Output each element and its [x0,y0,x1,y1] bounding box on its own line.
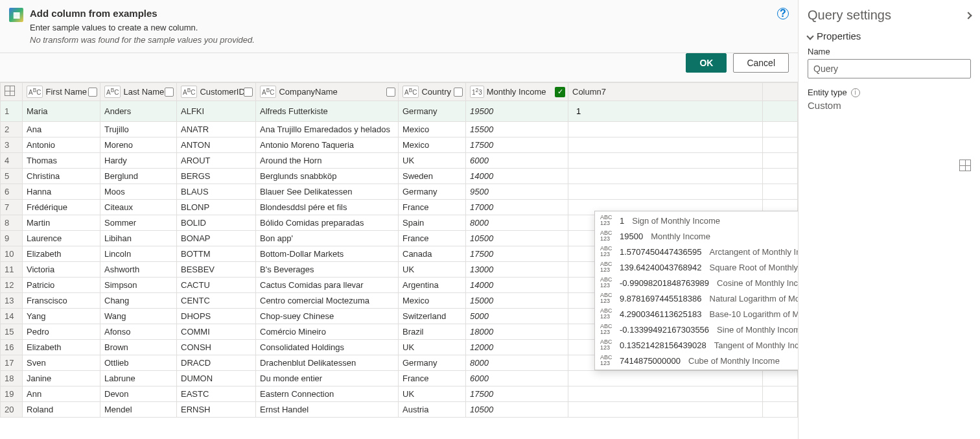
cell-monthly-income[interactable]: 6000 [466,371,568,386]
cell-country[interactable]: Mexico [399,122,466,137]
cell-first-name[interactable]: Frédérique [23,200,100,215]
cell-company-name[interactable]: Centro comercial Moctezuma [256,293,399,309]
row-number[interactable]: 1 [1,101,23,122]
cell-customer-id[interactable]: BOTTM [177,246,256,262]
col-country[interactable]: ABCCountry [399,83,466,101]
new-column-cell[interactable] [568,153,763,169]
cell-first-name[interactable]: Martin [23,215,100,231]
cell-company-name[interactable]: B's Beverages [256,262,399,278]
cell-country[interactable]: UK [399,386,466,402]
cell-first-name[interactable]: Pedro [23,324,100,340]
cell-first-name[interactable]: Elizabeth [23,340,100,355]
info-icon[interactable]: i [851,88,860,97]
cell-last-name[interactable]: Mendel [100,402,177,418]
cell-customer-id[interactable]: ALFKI [177,101,256,122]
cell-first-name[interactable]: Yang [23,309,100,324]
cell-country[interactable]: UK [399,153,466,169]
cell-customer-id[interactable]: BLAUS [177,184,256,200]
cell-last-name[interactable]: Wang [100,309,177,324]
cell-company-name[interactable]: Bon app' [256,231,399,246]
cell-country[interactable]: France [399,371,466,386]
cell-monthly-income[interactable]: 6000 [466,153,568,169]
cell-first-name[interactable]: Christina [23,169,100,184]
cell-monthly-income[interactable]: 15500 [466,122,568,137]
cell-last-name[interactable]: Citeaux [100,200,177,215]
row-number[interactable]: 15 [1,324,23,340]
row-number[interactable]: 17 [1,355,23,371]
row-number[interactable]: 16 [1,340,23,355]
cell-monthly-income[interactable]: 14000 [466,169,568,184]
cell-customer-id[interactable]: EASTC [177,386,256,402]
cell-company-name[interactable]: Drachenblut Delikatessen [256,355,399,371]
cell-last-name[interactable]: Afonso [100,324,177,340]
col-checkbox-checked[interactable]: ✓ [555,87,565,97]
cell-customer-id[interactable]: BONAP [177,231,256,246]
cell-monthly-income[interactable]: 12000 [466,340,568,355]
cell-customer-id[interactable]: DRACD [177,355,256,371]
row-number[interactable]: 3 [1,137,23,153]
col-company-name[interactable]: ABCCompanyName [256,83,399,101]
cell-customer-id[interactable]: BESBEV [177,262,256,278]
cell-company-name[interactable]: Ernst Handel [256,402,399,418]
cell-country[interactable]: UK [399,340,466,355]
cell-customer-id[interactable]: BLONP [177,200,256,215]
suggestion-item[interactable]: ABC1234.2900346113625183Base-10 Logarith… [595,306,798,322]
col-customer-id[interactable]: ABCCustomerID [177,83,256,101]
cell-monthly-income[interactable]: 18000 [466,324,568,340]
cell-company-name[interactable]: Chop-suey Chinese [256,309,399,324]
cell-customer-id[interactable]: ANATR [177,122,256,137]
col-checkbox[interactable] [165,88,174,97]
new-column-cell[interactable] [568,122,763,137]
row-number[interactable]: 7 [1,200,23,215]
cell-country[interactable]: Germany [399,101,466,122]
suggestions-dropdown[interactable]: ABC1231Sign of Monthly IncomeABC12319500… [594,211,798,370]
cell-first-name[interactable]: Franscisco [23,293,100,309]
table-row[interactable]: 3AntonioMorenoANTONAntonio Moreno Taquer… [1,137,798,153]
new-column-cell[interactable] [568,169,763,184]
cell-monthly-income[interactable]: 15000 [466,293,568,309]
cell-last-name[interactable]: Moreno [100,137,177,153]
cell-company-name[interactable]: Alfreds Futterkiste [256,101,399,122]
grid-options-icon[interactable] [959,160,971,171]
cell-country[interactable]: Germany [399,355,466,371]
chevron-right-icon[interactable] [964,12,972,19]
cell-first-name[interactable]: Antonio [23,137,100,153]
cancel-button[interactable]: Cancel [733,53,789,73]
suggestion-item[interactable]: ABC1231.5707450447436595Arctangent of Mo… [595,244,798,259]
cell-country[interactable]: Mexico [399,137,466,153]
new-column-cell[interactable] [568,371,763,386]
cell-monthly-income[interactable]: 19500 [466,101,568,122]
cell-company-name[interactable]: Du monde entier [256,371,399,386]
row-number[interactable]: 4 [1,153,23,169]
col-checkbox[interactable] [386,88,395,97]
cell-last-name[interactable]: Chang [100,293,177,309]
cell-company-name[interactable]: Berglunds snabbköp [256,169,399,184]
cell-last-name[interactable]: Sommer [100,215,177,231]
cell-customer-id[interactable]: ERNSH [177,402,256,418]
cell-last-name[interactable]: Moos [100,184,177,200]
ok-button[interactable]: OK [686,53,727,73]
cell-country[interactable]: Switzerland [399,309,466,324]
cell-monthly-income[interactable]: 17000 [466,200,568,215]
cell-first-name[interactable]: Hanna [23,184,100,200]
cell-customer-id[interactable]: COMMI [177,324,256,340]
cell-first-name[interactable]: Laurence [23,231,100,246]
help-icon[interactable]: ? [777,8,789,19]
cell-company-name[interactable]: Ana Trujillo Emaredados y helados [256,122,399,137]
row-number[interactable]: 10 [1,246,23,262]
cell-country[interactable]: Sweden [399,169,466,184]
cell-last-name[interactable]: Anders [100,101,177,122]
new-column-cell[interactable] [568,101,763,122]
cell-country[interactable]: France [399,231,466,246]
cell-monthly-income[interactable]: 8000 [466,355,568,371]
col-checkbox[interactable] [88,88,97,97]
col-first-name[interactable]: ABCFirst Name [23,83,100,101]
cell-first-name[interactable]: Janine [23,371,100,386]
cell-last-name[interactable]: Ashworth [100,262,177,278]
cell-last-name[interactable]: Simpson [100,278,177,293]
cell-first-name[interactable]: Maria [23,101,100,122]
cell-monthly-income[interactable]: 17500 [466,386,568,402]
cell-country[interactable]: Austria [399,402,466,418]
cell-company-name[interactable]: Around the Horn [256,153,399,169]
cell-first-name[interactable]: Ann [23,386,100,402]
